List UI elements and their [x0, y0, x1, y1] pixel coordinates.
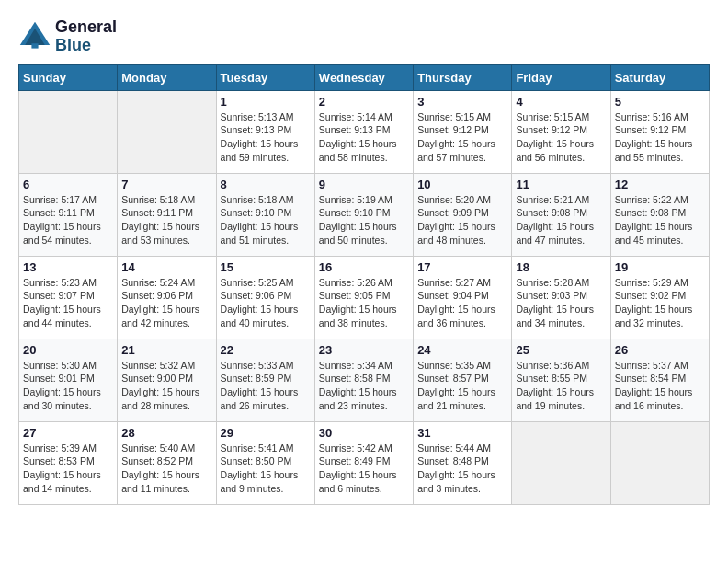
day-info: Sunrise: 5:41 AM Sunset: 8:50 PM Dayligh…	[221, 442, 311, 496]
calendar-cell: 22Sunrise: 5:33 AM Sunset: 8:59 PM Dayli…	[216, 339, 314, 421]
calendar-cell: 5Sunrise: 5:16 AM Sunset: 9:12 PM Daylig…	[610, 90, 709, 173]
calendar-cell: 29Sunrise: 5:41 AM Sunset: 8:50 PM Dayli…	[216, 421, 314, 504]
calendar-cell	[512, 421, 610, 504]
day-number: 6	[23, 178, 113, 191]
calendar-week-3: 13Sunrise: 5:23 AM Sunset: 9:07 PM Dayli…	[19, 256, 710, 339]
day-info: Sunrise: 5:19 AM Sunset: 9:10 PM Dayligh…	[319, 193, 409, 247]
day-info: Sunrise: 5:26 AM Sunset: 9:05 PM Dayligh…	[319, 276, 409, 330]
calendar-cell: 7Sunrise: 5:18 AM Sunset: 9:11 PM Daylig…	[118, 173, 216, 256]
calendar-cell: 3Sunrise: 5:15 AM Sunset: 9:12 PM Daylig…	[414, 90, 512, 173]
day-info: Sunrise: 5:16 AM Sunset: 9:12 PM Dayligh…	[615, 110, 705, 165]
day-info: Sunrise: 5:18 AM Sunset: 9:11 PM Dayligh…	[121, 193, 211, 247]
day-number: 3	[417, 95, 507, 109]
day-number: 27	[23, 426, 113, 440]
weekday-header-monday: Monday	[118, 64, 216, 90]
page-header: General Blue	[18, 18, 710, 55]
day-number: 7	[121, 178, 211, 191]
day-info: Sunrise: 5:22 AM Sunset: 9:08 PM Dayligh…	[615, 193, 705, 247]
day-number: 12	[615, 178, 705, 191]
day-info: Sunrise: 5:36 AM Sunset: 8:55 PM Dayligh…	[516, 359, 606, 413]
day-info: Sunrise: 5:37 AM Sunset: 8:54 PM Dayligh…	[615, 359, 705, 413]
calendar-cell: 24Sunrise: 5:35 AM Sunset: 8:57 PM Dayli…	[414, 339, 512, 421]
calendar-week-4: 20Sunrise: 5:30 AM Sunset: 9:01 PM Dayli…	[19, 339, 710, 421]
calendar-cell: 23Sunrise: 5:34 AM Sunset: 8:58 PM Dayli…	[314, 339, 413, 421]
day-info: Sunrise: 5:17 AM Sunset: 9:11 PM Dayligh…	[23, 193, 113, 247]
calendar-cell: 26Sunrise: 5:37 AM Sunset: 8:54 PM Dayli…	[610, 339, 709, 421]
day-number: 30	[319, 426, 409, 440]
day-info: Sunrise: 5:18 AM Sunset: 9:10 PM Dayligh…	[221, 193, 311, 247]
calendar-cell: 13Sunrise: 5:23 AM Sunset: 9:07 PM Dayli…	[19, 256, 118, 339]
day-number: 2	[319, 95, 409, 109]
day-number: 20	[23, 343, 113, 357]
calendar-cell: 10Sunrise: 5:20 AM Sunset: 9:09 PM Dayli…	[414, 173, 512, 256]
calendar-cell: 16Sunrise: 5:26 AM Sunset: 9:05 PM Dayli…	[314, 256, 413, 339]
day-number: 1	[221, 95, 311, 109]
day-number: 13	[23, 260, 113, 274]
calendar-week-5: 27Sunrise: 5:39 AM Sunset: 8:53 PM Dayli…	[19, 421, 710, 504]
logo-icon	[18, 20, 51, 53]
day-info: Sunrise: 5:15 AM Sunset: 9:12 PM Dayligh…	[417, 110, 507, 165]
logo-text: General Blue	[55, 18, 117, 55]
day-info: Sunrise: 5:33 AM Sunset: 8:59 PM Dayligh…	[221, 359, 311, 413]
calendar-cell: 12Sunrise: 5:22 AM Sunset: 9:08 PM Dayli…	[610, 173, 709, 256]
calendar-cell: 6Sunrise: 5:17 AM Sunset: 9:11 PM Daylig…	[19, 173, 118, 256]
day-number: 18	[516, 260, 606, 274]
calendar-cell: 9Sunrise: 5:19 AM Sunset: 9:10 PM Daylig…	[314, 173, 413, 256]
day-info: Sunrise: 5:27 AM Sunset: 9:04 PM Dayligh…	[417, 276, 507, 330]
calendar-cell: 14Sunrise: 5:24 AM Sunset: 9:06 PM Dayli…	[118, 256, 216, 339]
day-number: 31	[417, 426, 507, 440]
calendar-cell	[19, 90, 118, 173]
calendar-cell: 1Sunrise: 5:13 AM Sunset: 9:13 PM Daylig…	[216, 90, 314, 173]
weekday-header-thursday: Thursday	[414, 64, 512, 90]
day-number: 9	[319, 178, 409, 191]
day-info: Sunrise: 5:34 AM Sunset: 8:58 PM Dayligh…	[319, 359, 409, 413]
calendar-cell: 11Sunrise: 5:21 AM Sunset: 9:08 PM Dayli…	[512, 173, 610, 256]
day-info: Sunrise: 5:42 AM Sunset: 8:49 PM Dayligh…	[319, 442, 409, 496]
weekday-header-friday: Friday	[512, 64, 610, 90]
weekday-header-saturday: Saturday	[610, 64, 709, 90]
day-number: 15	[221, 260, 311, 274]
calendar-cell: 2Sunrise: 5:14 AM Sunset: 9:13 PM Daylig…	[314, 90, 413, 173]
day-number: 14	[121, 260, 211, 274]
weekday-header-wednesday: Wednesday	[314, 64, 413, 90]
day-number: 29	[221, 426, 311, 440]
calendar-cell: 25Sunrise: 5:36 AM Sunset: 8:55 PM Dayli…	[512, 339, 610, 421]
weekday-header-tuesday: Tuesday	[216, 64, 314, 90]
calendar-cell	[118, 90, 216, 173]
day-info: Sunrise: 5:21 AM Sunset: 9:08 PM Dayligh…	[516, 193, 606, 247]
calendar-cell: 18Sunrise: 5:28 AM Sunset: 9:03 PM Dayli…	[512, 256, 610, 339]
day-number: 16	[319, 260, 409, 274]
day-info: Sunrise: 5:44 AM Sunset: 8:48 PM Dayligh…	[417, 442, 507, 496]
day-number: 4	[516, 95, 606, 109]
day-number: 25	[516, 343, 606, 357]
day-number: 21	[121, 343, 211, 357]
day-number: 26	[615, 343, 705, 357]
calendar-week-1: 1Sunrise: 5:13 AM Sunset: 9:13 PM Daylig…	[19, 90, 710, 173]
calendar-table: SundayMondayTuesdayWednesdayThursdayFrid…	[18, 64, 710, 505]
calendar-cell: 8Sunrise: 5:18 AM Sunset: 9:10 PM Daylig…	[216, 173, 314, 256]
calendar-cell: 4Sunrise: 5:15 AM Sunset: 9:12 PM Daylig…	[512, 90, 610, 173]
calendar-header: SundayMondayTuesdayWednesdayThursdayFrid…	[19, 64, 710, 90]
day-number: 8	[221, 178, 311, 191]
calendar-cell: 19Sunrise: 5:29 AM Sunset: 9:02 PM Dayli…	[610, 256, 709, 339]
day-info: Sunrise: 5:23 AM Sunset: 9:07 PM Dayligh…	[23, 276, 113, 330]
day-info: Sunrise: 5:20 AM Sunset: 9:09 PM Dayligh…	[417, 193, 507, 247]
weekday-header-sunday: Sunday	[19, 64, 118, 90]
day-number: 24	[417, 343, 507, 357]
day-info: Sunrise: 5:39 AM Sunset: 8:53 PM Dayligh…	[23, 442, 113, 496]
day-number: 28	[121, 426, 211, 440]
day-info: Sunrise: 5:30 AM Sunset: 9:01 PM Dayligh…	[23, 359, 113, 413]
day-number: 19	[615, 260, 705, 274]
day-number: 5	[615, 95, 705, 109]
day-number: 17	[417, 260, 507, 274]
calendar-cell: 31Sunrise: 5:44 AM Sunset: 8:48 PM Dayli…	[414, 421, 512, 504]
day-info: Sunrise: 5:25 AM Sunset: 9:06 PM Dayligh…	[221, 276, 311, 330]
day-info: Sunrise: 5:40 AM Sunset: 8:52 PM Dayligh…	[121, 442, 211, 496]
day-info: Sunrise: 5:13 AM Sunset: 9:13 PM Dayligh…	[221, 110, 311, 165]
day-number: 22	[221, 343, 311, 357]
day-info: Sunrise: 5:29 AM Sunset: 9:02 PM Dayligh…	[615, 276, 705, 330]
calendar-cell: 30Sunrise: 5:42 AM Sunset: 8:49 PM Dayli…	[314, 421, 413, 504]
calendar-cell: 20Sunrise: 5:30 AM Sunset: 9:01 PM Dayli…	[19, 339, 118, 421]
calendar-cell: 28Sunrise: 5:40 AM Sunset: 8:52 PM Dayli…	[118, 421, 216, 504]
day-info: Sunrise: 5:35 AM Sunset: 8:57 PM Dayligh…	[417, 359, 507, 413]
